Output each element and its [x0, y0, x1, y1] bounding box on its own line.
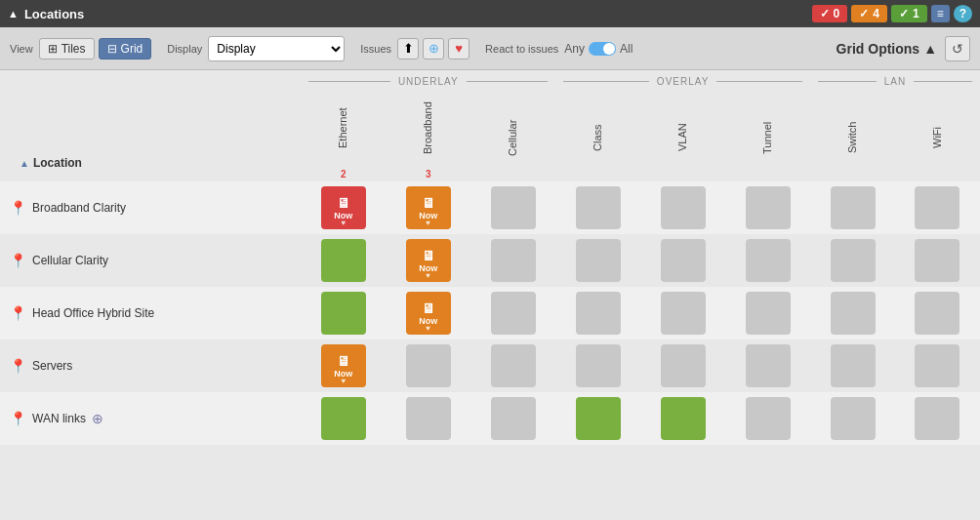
empty-cell [491, 397, 536, 440]
location-cell[interactable]: 📍 Cellular Clarity [0, 234, 301, 287]
data-cell[interactable] [725, 287, 810, 340]
data-cell[interactable] [725, 392, 810, 445]
location-cell[interactable]: 📍 Servers [0, 340, 301, 392]
col-tunnel[interactable]: Tunnel [725, 87, 810, 181]
data-cell[interactable]: 🖥 Now ♥ [386, 234, 470, 287]
display-label: Display [167, 43, 202, 55]
device-card[interactable]: 🖥 Now ♥ [406, 239, 451, 282]
data-cell[interactable] [640, 234, 725, 287]
badge-green-count: 1 [913, 7, 919, 20]
view-group: View ⊞ Tiles ⊟ Grid [10, 38, 151, 60]
col-vlan[interactable]: VLAN [640, 87, 725, 181]
table-row: 📍 Servers 🖥 Now ♥ [0, 340, 980, 392]
data-cell[interactable] [895, 181, 980, 234]
data-cell[interactable] [895, 392, 980, 445]
all-label[interactable]: All [620, 42, 633, 56]
data-cell[interactable]: 🖥 Now ♥ [301, 340, 386, 392]
location-col-header[interactable]: ▲ Location [0, 87, 301, 181]
col-broadband[interactable]: Broadband 3 [386, 87, 470, 181]
empty-cell [661, 344, 706, 387]
col-wifi[interactable]: WiFi [895, 87, 980, 181]
empty-cell [915, 186, 960, 229]
display-select[interactable]: Display [208, 36, 345, 61]
data-cell[interactable]: 🖥 Now ♥ [386, 287, 470, 340]
data-cell[interactable] [470, 340, 555, 392]
help-button[interactable]: ? [954, 5, 972, 22]
grid-options-button[interactable]: Grid Options ▲ [837, 41, 937, 57]
data-cell[interactable] [555, 181, 640, 234]
col-cellular[interactable]: Cellular [470, 87, 555, 181]
reset-button[interactable]: ↺ [945, 36, 970, 61]
col-ethernet[interactable]: Ethernet 2 [301, 87, 386, 181]
badge-red[interactable]: ✓ 0 [812, 5, 848, 22]
data-cell[interactable] [386, 392, 470, 445]
data-cell[interactable] [810, 340, 895, 392]
data-cell[interactable] [555, 340, 640, 392]
view-label: View [10, 43, 33, 55]
data-cell[interactable] [386, 340, 470, 392]
card-heart: ♥ [341, 377, 346, 385]
data-cell[interactable] [810, 234, 895, 287]
data-cell[interactable] [470, 392, 555, 445]
location-pin: 📍 [10, 358, 26, 374]
issues-heart-icon[interactable]: ♥ [448, 38, 470, 60]
data-cell[interactable] [810, 287, 895, 340]
grid-button[interactable]: ⊟ Grid [99, 38, 152, 60]
data-cell[interactable] [895, 340, 980, 392]
device-card[interactable]: 🖥 Now ♥ [406, 292, 451, 335]
issues-all-icon[interactable]: ⬆ [397, 38, 419, 60]
device-card[interactable]: 🖥 Now ♥ [321, 186, 366, 229]
location-pin: 📍 [10, 305, 26, 321]
any-label[interactable]: Any [564, 42, 585, 56]
data-cell[interactable] [470, 181, 555, 234]
location-name: Head Office Hybrid Site [32, 306, 154, 320]
data-cell[interactable] [555, 392, 640, 445]
data-cell[interactable] [555, 287, 640, 340]
check-icon-red: ✓ [820, 7, 830, 20]
badge-orange[interactable]: ✓ 4 [851, 5, 887, 22]
data-cell[interactable] [895, 234, 980, 287]
data-cell[interactable] [725, 181, 810, 234]
issues-filter-icon[interactable]: ⊕ [423, 38, 444, 60]
special-icon: ⊕ [92, 411, 103, 426]
data-cell[interactable] [301, 287, 386, 340]
react-toggle[interactable] [589, 42, 616, 56]
tiles-button[interactable]: ⊞ Tiles [39, 38, 95, 60]
location-cell[interactable]: 📍 WAN links ⊕ [0, 392, 301, 445]
badge-green[interactable]: ✓ 1 [891, 5, 927, 22]
header-right: ✓ 0 ✓ 4 ✓ 1 ≡ ? [812, 5, 972, 22]
data-cell[interactable] [470, 234, 555, 287]
data-cell[interactable] [640, 287, 725, 340]
table-row: 📍 Broadband Clarity 🖥 Now ♥ 🖥 Now ♥ [0, 181, 980, 234]
col-switch[interactable]: Switch [810, 87, 895, 181]
device-card[interactable]: 🖥 Now ♥ [321, 344, 366, 387]
data-cell[interactable] [725, 234, 810, 287]
data-cell[interactable] [640, 392, 725, 445]
device-card[interactable]: 🖥 Now ♥ [406, 186, 451, 229]
underlay-label: UNDERLAY [398, 76, 459, 87]
data-cell[interactable] [640, 181, 725, 234]
data-cell[interactable]: 🖥 Now ♥ [386, 181, 470, 234]
location-cell[interactable]: 📍 Head Office Hybrid Site [0, 287, 301, 340]
location-header-label: Location [33, 156, 82, 170]
data-cell[interactable] [470, 287, 555, 340]
data-cell[interactable] [301, 234, 386, 287]
menu-button[interactable]: ≡ [931, 5, 950, 22]
location-pin: 📍 [10, 200, 26, 216]
data-cell[interactable] [725, 340, 810, 392]
empty-cell [661, 239, 706, 282]
data-cell[interactable] [810, 181, 895, 234]
empty-cell [576, 292, 621, 335]
data-cell[interactable] [810, 392, 895, 445]
section-header-row: UNDERLAY OVERLAY [0, 70, 980, 87]
data-cell[interactable] [640, 340, 725, 392]
grid-icon: ⊟ [107, 42, 117, 56]
col-class[interactable]: Class [555, 87, 640, 181]
data-cell[interactable] [301, 392, 386, 445]
data-cell[interactable] [555, 234, 640, 287]
data-cell[interactable] [895, 287, 980, 340]
display-group: Display Display [167, 36, 345, 61]
empty-cell [576, 186, 621, 229]
location-cell[interactable]: 📍 Broadband Clarity [0, 181, 301, 234]
data-cell[interactable]: 🖥 Now ♥ [301, 181, 386, 234]
